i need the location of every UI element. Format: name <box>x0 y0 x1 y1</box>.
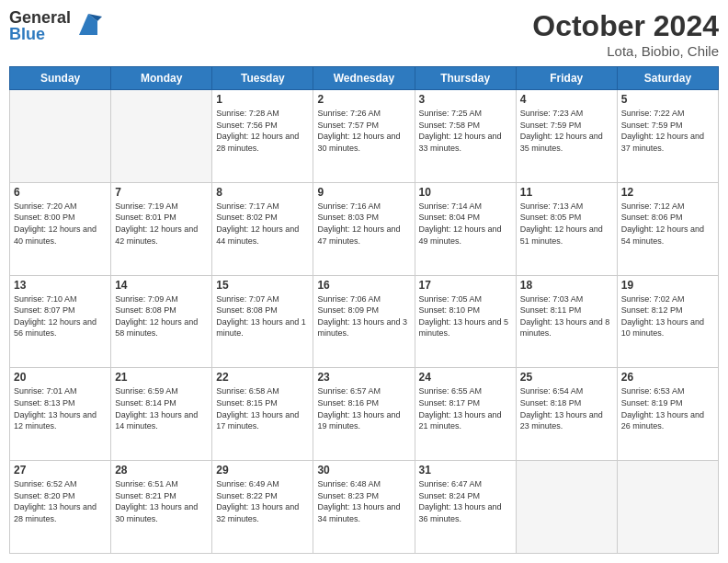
calendar-day: 25Sunrise: 6:54 AMSunset: 8:18 PMDayligh… <box>516 368 617 461</box>
calendar-day: 23Sunrise: 6:57 AMSunset: 8:16 PMDayligh… <box>313 368 415 461</box>
day-number: 8 <box>216 186 309 199</box>
calendar-day: 5Sunrise: 7:22 AMSunset: 7:59 PMDaylight… <box>617 90 718 183</box>
day-number: 17 <box>419 279 512 292</box>
day-header-sunday: Sunday <box>10 67 111 90</box>
day-header-friday: Friday <box>516 67 617 90</box>
day-info: Sunrise: 7:20 AMSunset: 8:00 PMDaylight:… <box>14 201 107 247</box>
day-number: 14 <box>115 279 208 292</box>
day-header-monday: Monday <box>111 67 212 90</box>
day-number: 22 <box>216 371 309 384</box>
page: General Blue October 2024 Lota, Biobio, … <box>0 0 728 563</box>
day-number: 9 <box>317 186 410 199</box>
calendar-day: 3Sunrise: 7:25 AMSunset: 7:58 PMDaylight… <box>415 90 516 183</box>
calendar-week-0: 1Sunrise: 7:28 AMSunset: 7:56 PMDaylight… <box>10 90 719 183</box>
calendar-day: 8Sunrise: 7:17 AMSunset: 8:02 PMDaylight… <box>212 182 313 275</box>
calendar-day: 2Sunrise: 7:26 AMSunset: 7:57 PMDaylight… <box>313 90 415 183</box>
day-info: Sunrise: 7:05 AMSunset: 8:10 PMDaylight:… <box>419 293 512 339</box>
header: General Blue October 2024 Lota, Biobio, … <box>9 9 719 59</box>
logo-icon <box>74 12 102 40</box>
day-number: 1 <box>216 93 309 106</box>
calendar-day: 24Sunrise: 6:55 AMSunset: 8:17 PMDayligh… <box>415 368 516 461</box>
calendar-day <box>516 461 617 554</box>
calendar-week-1: 6Sunrise: 7:20 AMSunset: 8:00 PMDaylight… <box>10 182 719 275</box>
day-header-tuesday: Tuesday <box>212 67 313 90</box>
calendar-day: 10Sunrise: 7:14 AMSunset: 8:04 PMDayligh… <box>415 182 516 275</box>
calendar-day: 13Sunrise: 7:10 AMSunset: 8:07 PMDayligh… <box>10 275 111 368</box>
calendar-week-3: 20Sunrise: 7:01 AMSunset: 8:13 PMDayligh… <box>10 368 719 461</box>
day-info: Sunrise: 6:51 AMSunset: 8:21 PMDaylight:… <box>115 478 208 524</box>
day-number: 6 <box>14 186 107 199</box>
day-number: 5 <box>621 93 714 106</box>
day-info: Sunrise: 6:59 AMSunset: 8:14 PMDaylight:… <box>115 385 208 431</box>
calendar-day: 28Sunrise: 6:51 AMSunset: 8:21 PMDayligh… <box>111 461 212 554</box>
calendar-day: 21Sunrise: 6:59 AMSunset: 8:14 PMDayligh… <box>111 368 212 461</box>
day-number: 30 <box>317 464 410 477</box>
day-number: 19 <box>621 279 714 292</box>
calendar-table: SundayMondayTuesdayWednesdayThursdayFrid… <box>9 66 719 554</box>
logo-blue: Blue <box>9 26 71 42</box>
day-number: 27 <box>14 464 107 477</box>
day-number: 2 <box>317 93 410 106</box>
title-block: October 2024 Lota, Biobio, Chile <box>532 9 719 59</box>
day-number: 13 <box>14 279 107 292</box>
day-info: Sunrise: 7:01 AMSunset: 8:13 PMDaylight:… <box>14 385 107 431</box>
day-info: Sunrise: 7:22 AMSunset: 7:59 PMDaylight:… <box>621 108 714 154</box>
day-number: 28 <box>115 464 208 477</box>
day-info: Sunrise: 7:23 AMSunset: 7:59 PMDaylight:… <box>520 108 613 154</box>
day-number: 31 <box>419 464 512 477</box>
calendar-day: 26Sunrise: 6:53 AMSunset: 8:19 PMDayligh… <box>617 368 718 461</box>
calendar-day: 29Sunrise: 6:49 AMSunset: 8:22 PMDayligh… <box>212 461 313 554</box>
calendar-day: 20Sunrise: 7:01 AMSunset: 8:13 PMDayligh… <box>10 368 111 461</box>
day-info: Sunrise: 6:53 AMSunset: 8:19 PMDaylight:… <box>621 385 714 431</box>
day-info: Sunrise: 7:13 AMSunset: 8:05 PMDaylight:… <box>520 201 613 247</box>
calendar-day <box>111 90 212 183</box>
day-info: Sunrise: 7:25 AMSunset: 7:58 PMDaylight:… <box>419 108 512 154</box>
day-number: 16 <box>317 279 410 292</box>
day-info: Sunrise: 6:58 AMSunset: 8:15 PMDaylight:… <box>216 385 309 431</box>
calendar-day: 1Sunrise: 7:28 AMSunset: 7:56 PMDaylight… <box>212 90 313 183</box>
calendar-day: 17Sunrise: 7:05 AMSunset: 8:10 PMDayligh… <box>415 275 516 368</box>
logo-text: General Blue <box>9 9 71 42</box>
day-number: 18 <box>520 279 613 292</box>
calendar-day: 4Sunrise: 7:23 AMSunset: 7:59 PMDaylight… <box>516 90 617 183</box>
day-number: 11 <box>520 186 613 199</box>
calendar-day: 19Sunrise: 7:02 AMSunset: 8:12 PMDayligh… <box>617 275 718 368</box>
calendar-day: 7Sunrise: 7:19 AMSunset: 8:01 PMDaylight… <box>111 182 212 275</box>
day-info: Sunrise: 6:57 AMSunset: 8:16 PMDaylight:… <box>317 385 410 431</box>
day-number: 12 <box>621 186 714 199</box>
calendar-day: 31Sunrise: 6:47 AMSunset: 8:24 PMDayligh… <box>415 461 516 554</box>
day-info: Sunrise: 7:10 AMSunset: 8:07 PMDaylight:… <box>14 293 107 339</box>
calendar-day: 11Sunrise: 7:13 AMSunset: 8:05 PMDayligh… <box>516 182 617 275</box>
day-header-wednesday: Wednesday <box>313 67 415 90</box>
calendar-day: 9Sunrise: 7:16 AMSunset: 8:03 PMDaylight… <box>313 182 415 275</box>
calendar-week-4: 27Sunrise: 6:52 AMSunset: 8:20 PMDayligh… <box>10 461 719 554</box>
day-header-saturday: Saturday <box>617 67 718 90</box>
day-number: 20 <box>14 371 107 384</box>
day-info: Sunrise: 6:54 AMSunset: 8:18 PMDaylight:… <box>520 385 613 431</box>
day-number: 29 <box>216 464 309 477</box>
day-number: 21 <box>115 371 208 384</box>
day-info: Sunrise: 7:06 AMSunset: 8:09 PMDaylight:… <box>317 293 410 339</box>
day-info: Sunrise: 7:09 AMSunset: 8:08 PMDaylight:… <box>115 293 208 339</box>
calendar-day: 16Sunrise: 7:06 AMSunset: 8:09 PMDayligh… <box>313 275 415 368</box>
calendar-day <box>617 461 718 554</box>
calendar-day: 15Sunrise: 7:07 AMSunset: 8:08 PMDayligh… <box>212 275 313 368</box>
day-info: Sunrise: 7:14 AMSunset: 8:04 PMDaylight:… <box>419 201 512 247</box>
calendar-day: 27Sunrise: 6:52 AMSunset: 8:20 PMDayligh… <box>10 461 111 554</box>
day-info: Sunrise: 6:49 AMSunset: 8:22 PMDaylight:… <box>216 478 309 524</box>
day-header-thursday: Thursday <box>415 67 516 90</box>
day-info: Sunrise: 6:52 AMSunset: 8:20 PMDaylight:… <box>14 478 107 524</box>
day-number: 24 <box>419 371 512 384</box>
day-number: 4 <box>520 93 613 106</box>
calendar-header-row: SundayMondayTuesdayWednesdayThursdayFrid… <box>10 67 719 90</box>
day-info: Sunrise: 7:12 AMSunset: 8:06 PMDaylight:… <box>621 201 714 247</box>
day-number: 26 <box>621 371 714 384</box>
calendar-day: 30Sunrise: 6:48 AMSunset: 8:23 PMDayligh… <box>313 461 415 554</box>
day-info: Sunrise: 7:19 AMSunset: 8:01 PMDaylight:… <box>115 201 208 247</box>
day-number: 7 <box>115 186 208 199</box>
calendar-day: 18Sunrise: 7:03 AMSunset: 8:11 PMDayligh… <box>516 275 617 368</box>
day-info: Sunrise: 7:26 AMSunset: 7:57 PMDaylight:… <box>317 108 410 154</box>
day-number: 15 <box>216 279 309 292</box>
day-number: 25 <box>520 371 613 384</box>
day-info: Sunrise: 7:17 AMSunset: 8:02 PMDaylight:… <box>216 201 309 247</box>
